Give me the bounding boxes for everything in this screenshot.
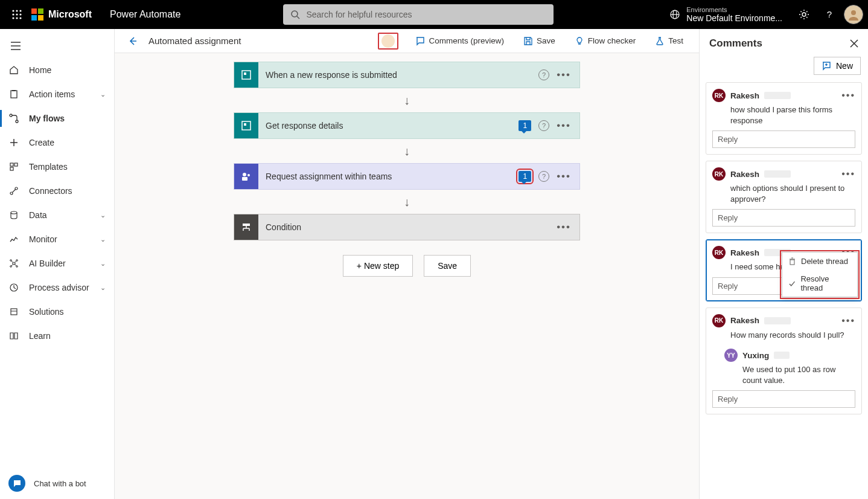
environment-picker[interactable]: Environments New Default Environme...: [669, 6, 782, 23]
sidebar-item-templates[interactable]: Templates: [0, 155, 114, 179]
sidebar-item-label: Connectors: [29, 186, 72, 196]
svg-rect-21: [12, 90, 16, 91]
sidebar-item-label: AI Builder: [29, 259, 66, 268]
avatar-icon: [381, 34, 395, 48]
sidebar-item-action-items[interactable]: Action items ⌄: [0, 82, 114, 106]
search-box[interactable]: [283, 4, 554, 25]
hamburger-icon: [11, 42, 21, 50]
close-icon: [850, 39, 858, 48]
search-input[interactable]: [306, 10, 546, 19]
sidebar-item-data[interactable]: Data ⌄: [0, 203, 114, 227]
cmd-label: Save: [537, 36, 555, 45]
canvas-save-button[interactable]: Save: [424, 255, 471, 277]
nav-toggle[interactable]: [0, 34, 114, 58]
comment-thread[interactable]: RK Rakesh ••• how should I parse this fo…: [706, 82, 862, 155]
sidebar-item-label: Learn: [29, 331, 51, 341]
chevron-down-icon: ⌄: [100, 236, 106, 243]
reply-input[interactable]: [712, 390, 855, 408]
avatar-icon: YY: [724, 349, 738, 362]
check-icon: [788, 280, 796, 288]
svg-line-31: [13, 190, 16, 193]
flow-checker-button[interactable]: Flow checker: [569, 29, 642, 53]
sidebar-item-connectors[interactable]: Connectors: [0, 179, 114, 203]
clipboard-icon: [8, 89, 19, 100]
sidebar-item-label: Data: [29, 210, 47, 220]
comment-body: which options should I present to approv…: [712, 181, 855, 209]
sidebar-item-label: Create: [29, 138, 54, 147]
svg-line-38: [11, 261, 13, 263]
back-button[interactable]: [124, 33, 141, 50]
chevron-down-icon: ⌄: [100, 91, 106, 98]
comment-badge[interactable]: 1: [519, 171, 531, 182]
flow-step[interactable]: When a new response is submitted ? •••: [234, 62, 580, 88]
svg-point-30: [15, 187, 18, 190]
sidebar-item-process-advisor[interactable]: Process advisor ⌄: [0, 275, 114, 300]
svg-point-23: [16, 120, 18, 123]
step-label: Condition: [258, 222, 557, 232]
svg-point-49: [243, 173, 246, 176]
sidebar-item-create[interactable]: Create: [0, 130, 114, 155]
thread-context-menu: Delete thread Resolve thread: [782, 252, 858, 297]
book-icon: [8, 330, 19, 341]
help-icon[interactable]: ?: [538, 171, 549, 182]
env-label: Environments: [686, 6, 782, 13]
redacted-text: [774, 352, 790, 359]
resolve-thread-item[interactable]: Resolve thread: [782, 270, 857, 297]
settings-button[interactable]: [793, 0, 815, 29]
comments-button[interactable]: Comments (preview): [409, 29, 510, 53]
svg-rect-20: [11, 91, 17, 98]
svg-point-4: [16, 13, 18, 15]
svg-point-16: [851, 10, 856, 15]
account-avatar[interactable]: [844, 5, 863, 24]
coauthor-presence[interactable]: [378, 33, 398, 50]
flow-step[interactable]: Get response details 1 ? •••: [234, 112, 580, 139]
delete-thread-item[interactable]: Delete thread: [782, 253, 857, 270]
thread-more-button[interactable]: •••: [841, 169, 855, 179]
save-button[interactable]: Save: [517, 29, 561, 53]
command-bar: Automated assignment Comments (preview) …: [115, 29, 699, 53]
flow-icon: [8, 113, 19, 124]
sidebar-item-my-flows[interactable]: My flows: [0, 106, 114, 130]
svg-line-41: [14, 264, 16, 266]
menu-label: Delete thread: [801, 257, 848, 266]
data-icon: [8, 210, 19, 221]
comment-thread[interactable]: RK Rakesh ••• which options should I pre…: [706, 161, 862, 233]
close-panel-button[interactable]: [850, 39, 858, 48]
svg-line-40: [11, 264, 13, 266]
sidebar-item-solutions[interactable]: Solutions: [0, 300, 114, 324]
flask-icon: [655, 36, 665, 46]
sidebar-item-learn[interactable]: Learn: [0, 324, 114, 348]
sidebar-item-label: Monitor: [29, 234, 57, 244]
redacted-text: [764, 170, 791, 178]
help-icon[interactable]: ?: [538, 69, 549, 80]
chat-bot-button[interactable]: [8, 475, 25, 492]
flow-step[interactable]: Request assignment within teams 1 ? •••: [234, 163, 580, 190]
reply-input[interactable]: [712, 130, 855, 148]
avatar-icon: RK: [712, 314, 726, 327]
svg-point-22: [10, 114, 12, 117]
step-label: Request assignment within teams: [258, 172, 519, 181]
svg-point-32: [11, 211, 17, 214]
author-name: Rakesh: [730, 91, 759, 100]
comment-badge[interactable]: 1: [519, 120, 531, 131]
help-button[interactable]: ?: [819, 0, 840, 29]
new-comment-button[interactable]: New: [814, 57, 861, 75]
test-button[interactable]: Test: [649, 29, 689, 53]
thread-more-button[interactable]: •••: [841, 315, 855, 326]
avatar-icon: RK: [712, 167, 726, 181]
chat-label: Chat with a bot: [34, 479, 86, 488]
svg-rect-28: [10, 167, 13, 170]
comment-thread[interactable]: RK Rakesh ••• I need some help with next…: [706, 239, 862, 301]
app-launcher[interactable]: [5, 0, 29, 29]
solutions-icon: [8, 306, 19, 317]
help-icon[interactable]: ?: [538, 120, 549, 131]
sidebar-item-ai-builder[interactable]: AI Builder ⌄: [0, 251, 114, 275]
sidebar-item-label: Templates: [29, 162, 68, 172]
comment-thread[interactable]: RK Rakesh ••• How many records should I …: [706, 307, 862, 415]
reply-input[interactable]: [712, 209, 855, 227]
thread-more-button[interactable]: •••: [841, 90, 855, 101]
new-step-button[interactable]: + New step: [343, 255, 413, 277]
sidebar-item-home[interactable]: Home: [0, 58, 114, 82]
flow-step[interactable]: Condition •••: [234, 214, 580, 240]
sidebar-item-monitor[interactable]: Monitor ⌄: [0, 227, 114, 251]
